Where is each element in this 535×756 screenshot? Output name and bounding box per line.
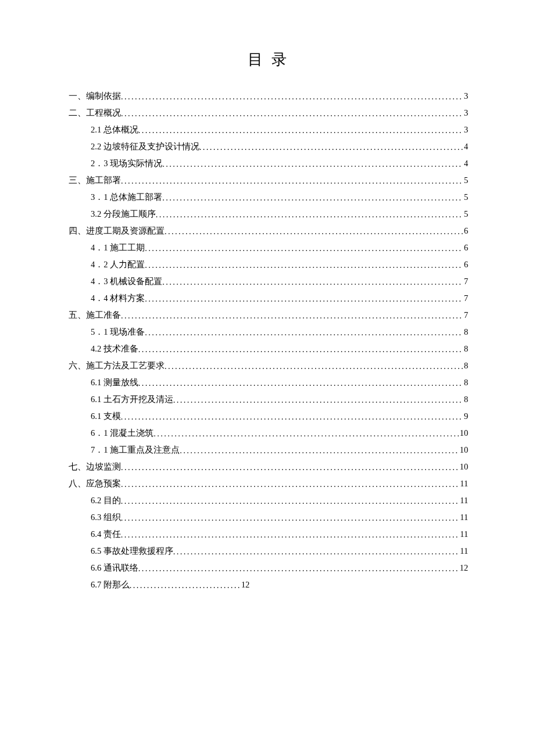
toc-entry-page: 7: [463, 277, 468, 286]
toc-leader-dots: [121, 531, 459, 539]
toc-entry: 一、编制依据3: [69, 92, 468, 101]
toc-entry-label: 二、工程概况: [69, 109, 121, 117]
toc-entry-page: 3: [463, 126, 468, 134]
document-page: 目 录 一、编制依据3二、工程概况32.1 总体概况32.2 边坡特征及支护设计…: [0, 0, 535, 589]
toc-entry: 2.1 总体概况3: [69, 126, 468, 134]
toc-entry-label: 五、施工准备: [69, 311, 121, 320]
toc-entry-label: 3.2 分段施工顺序: [91, 210, 156, 218]
toc-entry: 六、施工方法及工艺要求8: [69, 361, 468, 370]
toc-leader-dots: [173, 548, 459, 556]
toc-entry-label: 八、应急预案: [69, 479, 121, 488]
toc-entry-page: 11: [459, 479, 468, 488]
toc-leader-dots: [138, 565, 459, 573]
toc-entry-label: 4.2 技术准备: [91, 345, 138, 353]
toc-entry-label: 三、施工部署: [69, 176, 121, 185]
toc-entry-label: 六、施工方法及工艺要求: [69, 361, 165, 370]
toc-entry-page: 11: [459, 496, 468, 505]
toc-entry: 三、施工部署5: [69, 176, 468, 185]
toc-entry-page: 5: [463, 193, 468, 202]
toc-entry: 2．3 现场实际情况4: [69, 159, 468, 168]
toc-leader-dots: [162, 194, 463, 202]
toc-entry-label: 四、进度工期及资源配置: [69, 227, 165, 235]
toc-entry: 4．1 施工工期6: [69, 243, 468, 252]
toc-entry: 5．1 现场准备8: [69, 328, 468, 336]
toc-entry-page: 8: [463, 378, 468, 387]
toc-leader-dots: [121, 177, 463, 185]
toc-entry: 6.3 组织11: [69, 513, 468, 522]
toc-entry: 二、工程概况3: [69, 109, 468, 117]
toc-leader-dots: [138, 379, 463, 388]
toc-entry: 四、进度工期及资源配置6: [69, 227, 468, 235]
toc-entry: 2.2 边坡特征及支护设计情况4: [69, 142, 468, 151]
toc-entry: 6.1 测量放线8: [69, 378, 468, 387]
toc-entry-label: 七、边坡监测: [69, 463, 121, 471]
toc-entry-page: 11: [459, 513, 468, 522]
toc-leader-dots: [145, 329, 463, 337]
toc-entry-page: 12: [240, 581, 250, 589]
toc-leader-dots: [121, 413, 463, 421]
toc-entry-page: 6: [463, 260, 468, 269]
toc-entry-label: 4．3 机械设备配置: [91, 277, 162, 286]
toc-entry: 6.2 目的 11: [69, 496, 468, 505]
toc-entry-page: 3: [463, 109, 468, 117]
toc-entry-label: 6.1 支模: [91, 412, 121, 421]
toc-entry-label: 6.2 目的: [91, 496, 121, 505]
toc-entry-label: 6.3 组织: [91, 513, 121, 522]
toc-leader-dots: [138, 346, 463, 354]
toc-entry: 6.6 通讯联络 12: [69, 564, 468, 572]
toc-entry-label: 6.5 事故处理救援程序: [91, 547, 173, 556]
toc-entry-page: 10: [459, 446, 469, 454]
toc-entry-page: 11: [459, 547, 468, 556]
toc-entry: 6.1 支模9: [69, 412, 468, 421]
toc-leader-dots: [165, 363, 463, 371]
toc-leader-dots: [162, 160, 463, 169]
toc-entry-label: 4．2 人力配置: [91, 260, 145, 269]
toc-leader-dots: [162, 278, 463, 286]
toc-leader-dots: [145, 295, 463, 303]
toc-leader-dots: [121, 481, 459, 489]
toc-leader-dots: [154, 430, 458, 438]
toc-leader-dots: [156, 211, 463, 219]
toc-entry-page: 4: [463, 159, 468, 168]
toc-leader-dots: [145, 261, 463, 270]
toc-entry-page: 12: [459, 564, 469, 572]
toc-entry-label: 6.4 责任: [91, 530, 121, 539]
toc-entry-page: 6: [463, 227, 468, 235]
toc-entry: 五、施工准备7: [69, 311, 468, 320]
toc-entry: 6．1 混凝土浇筑 10: [69, 429, 468, 438]
toc-entry-page: 10: [459, 429, 469, 438]
toc-entry: 7．1 施工重点及注意点 10: [69, 446, 468, 454]
toc-entry-label: 4．4 材料方案: [91, 294, 145, 303]
toc-entry-page: 8: [463, 361, 468, 370]
toc-entry-label: 5．1 现场准备: [91, 328, 145, 336]
toc-entry-label: 6.6 通讯联络: [91, 564, 138, 572]
toc-title: 目 录: [69, 49, 468, 70]
toc-entry: 4．3 机械设备配置7: [69, 277, 468, 286]
toc-leader-dots: [180, 447, 458, 455]
toc-entry-label: 4．1 施工工期: [91, 243, 145, 252]
toc-leader-dots: [130, 582, 240, 590]
toc-entry: 6.1 土石方开挖及清运8: [69, 395, 468, 404]
toc-entry: 6.4 责任11: [69, 530, 468, 539]
toc-entry-page: 3: [463, 92, 468, 101]
toc-entry: 6.5 事故处理救援程序 11: [69, 547, 468, 556]
toc-entry-page: 10: [459, 463, 469, 471]
toc-entry-label: 2.2 边坡特征及支护设计情况: [91, 142, 199, 151]
toc-entry-label: 2.1 总体概况: [91, 126, 138, 134]
toc-entry-page: 8: [463, 395, 468, 404]
toc-entry-page: 9: [463, 412, 468, 421]
toc-entry-label: 2．3 现场实际情况: [91, 159, 162, 168]
toc-entry-page: 5: [463, 176, 468, 185]
toc-leader-dots: [173, 396, 463, 404]
toc-entry-page: 8: [463, 328, 468, 336]
toc-leader-dots: [121, 312, 463, 320]
toc-entry-page: 11: [459, 530, 468, 539]
toc-entry: 3．1 总体施工部署5: [69, 193, 468, 202]
toc-entry: 4．2 人力配置6: [69, 260, 468, 269]
toc-entry-label: 7．1 施工重点及注意点: [91, 446, 180, 454]
toc-entry: 4．4 材料方案7: [69, 294, 468, 303]
toc-leader-dots: [121, 464, 459, 472]
toc-entry-page: 6: [463, 243, 468, 252]
toc-leader-dots: [145, 245, 463, 253]
toc-entry-page: 7: [463, 311, 468, 320]
